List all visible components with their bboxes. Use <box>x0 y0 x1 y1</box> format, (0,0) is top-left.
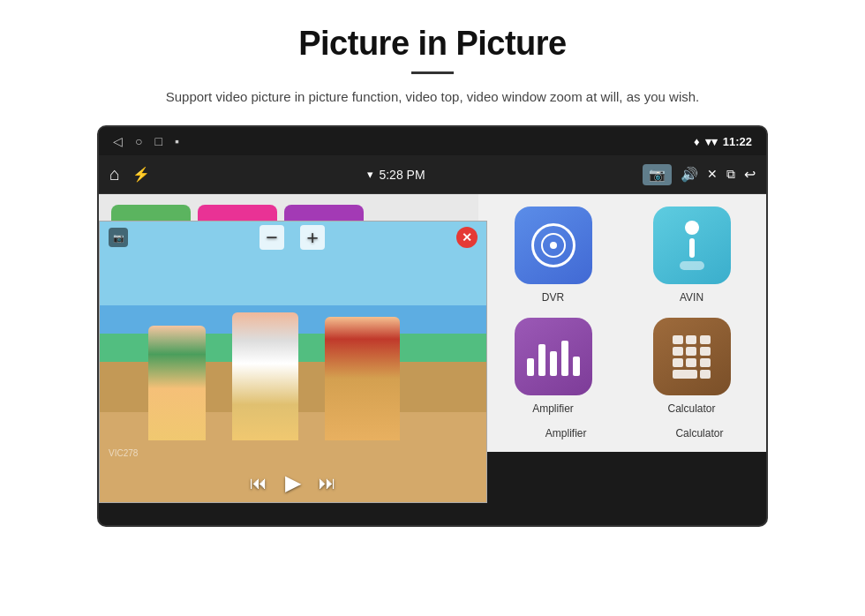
page-description: Support video picture in picture functio… <box>166 86 699 108</box>
avin-label: AVIN <box>680 291 703 304</box>
calc-key-1 <box>673 335 683 344</box>
dvr-label: DVR <box>542 291 564 304</box>
calc-key-9 <box>700 358 711 367</box>
avin-joystick-ball <box>685 221 699 235</box>
amp-bar-4 <box>561 341 568 376</box>
wifi-signal-icon: ▾▾ <box>705 135 718 148</box>
avin-app-icon[interactable] <box>653 207 731 284</box>
app-item-calculator: Calculator <box>629 318 754 415</box>
calc-key-7 <box>673 358 683 367</box>
calculator-icon-shape <box>673 335 711 379</box>
person-1 <box>148 326 206 440</box>
nav-left-controls: ⌂ ⚡ <box>109 164 150 184</box>
avin-joystick-stick <box>689 238 695 258</box>
calc-key-4 <box>673 347 683 356</box>
watermark: VIC278 <box>109 448 138 458</box>
video-center-controls[interactable]: − + <box>260 225 325 250</box>
title-divider <box>411 71 454 74</box>
android-status-bar: ◁ ○ □ ▪ ♦ ▾▾ 11:22 <box>99 127 766 155</box>
amp-bar-5 <box>573 357 580 376</box>
video-cam-icon: 📷 <box>109 228 128 247</box>
page-wrapper: Picture in Picture Support video picture… <box>0 0 865 616</box>
home-nav-icon[interactable]: ○ <box>135 134 142 148</box>
home-button[interactable]: ⌂ <box>109 164 120 184</box>
prev-button[interactable]: ⏮ <box>250 473 267 493</box>
dvr-inner-ring <box>541 233 566 258</box>
usb-icon: ⚡ <box>132 166 150 183</box>
video-close-button[interactable]: ✕ <box>456 227 478 248</box>
calculator-label: Calculator <box>667 402 715 415</box>
app-item-dvr: DVR <box>491 207 615 304</box>
video-scene <box>100 222 486 502</box>
video-top-controls: 📷 − + ✕ <box>100 222 486 253</box>
play-button[interactable]: ▶ <box>285 470 301 495</box>
video-bottom-controls[interactable]: ⏮ ▶ ⏭ <box>100 470 486 495</box>
tablet-frame: ◁ ○ □ ▪ ♦ ▾▾ 11:22 ⌂ ⚡ ▾ 5:28 PM 📷 <box>97 125 768 527</box>
status-time: 11:22 <box>723 135 752 148</box>
video-pip-overlay[interactable]: 📷 − + ✕ ⏮ ▶ ⏭ <box>99 221 487 503</box>
amplifier-app-icon[interactable] <box>515 318 592 395</box>
pip-plus-button[interactable]: + <box>300 225 325 250</box>
close-button[interactable]: ✕ <box>707 167 718 182</box>
back-button[interactable]: ↩ <box>744 166 756 183</box>
calc-key-dot <box>700 370 711 379</box>
amplifier-icon-shape <box>527 337 580 376</box>
avin-icon-shape <box>680 221 704 270</box>
next-button[interactable]: ⏭ <box>319 473 336 493</box>
calc-key-8 <box>686 358 696 367</box>
dvr-app-icon[interactable] <box>515 207 592 284</box>
nav-right-controls: 📷 🔊 ✕ ⧉ ↩ <box>643 164 756 185</box>
amp-bar-3 <box>550 351 557 376</box>
calc-key-2 <box>686 335 696 344</box>
label-calculator[interactable]: Calculator <box>633 427 766 439</box>
calc-key-3 <box>700 335 711 344</box>
status-bar-left: ◁ ○ □ ▪ <box>113 134 179 148</box>
video-inner: 📷 − + ✕ ⏮ ▶ ⏭ <box>100 222 486 502</box>
recents-nav-icon[interactable]: □ <box>154 134 162 148</box>
volume-button[interactable]: 🔊 <box>681 166 698 183</box>
menu-nav-icon[interactable]: ▪ <box>175 134 179 148</box>
dvr-icon-shape <box>531 223 575 267</box>
calc-key-6 <box>700 347 711 356</box>
pip-minus-button[interactable]: − <box>260 225 284 250</box>
pip-button[interactable]: ⧉ <box>726 168 735 182</box>
amplifier-label: Amplifier <box>532 402 574 415</box>
app-item-avin: AVIN <box>629 207 754 304</box>
calc-key-5 <box>686 347 696 356</box>
page-title: Picture in Picture <box>298 25 567 63</box>
main-content: 📷 − + ✕ ⏮ ▶ ⏭ <box>99 194 766 415</box>
dvr-center-dot <box>550 242 557 249</box>
amp-bar-1 <box>527 358 534 376</box>
right-section: DVR AVIN <box>478 194 766 415</box>
person-3 <box>325 317 400 440</box>
status-bar-right: ♦ ▾▾ 11:22 <box>694 135 752 148</box>
nav-center-info: ▾ 5:28 PM <box>150 168 643 182</box>
camera-button[interactable]: 📷 <box>643 164 672 185</box>
left-section: 📷 − + ✕ ⏮ ▶ ⏭ <box>99 194 478 415</box>
app-nav-bar: ⌂ ⚡ ▾ 5:28 PM 📷 🔊 ✕ ⧉ ↩ <box>99 155 766 194</box>
calculator-app-icon[interactable] <box>653 318 731 395</box>
calc-key-zero <box>673 370 697 379</box>
apps-grid: DVR AVIN <box>491 207 754 415</box>
location-icon: ♦ <box>694 135 700 148</box>
back-nav-icon[interactable]: ◁ <box>113 134 123 148</box>
amp-bar-2 <box>538 344 545 376</box>
label-amplifier[interactable]: Amplifier <box>500 427 633 439</box>
nav-time: 5:28 PM <box>379 168 425 182</box>
person-2 <box>232 312 298 440</box>
wifi-icon: ▾ <box>367 168 373 181</box>
app-item-amplifier: Amplifier <box>491 318 615 415</box>
avin-joystick-base <box>680 261 704 270</box>
